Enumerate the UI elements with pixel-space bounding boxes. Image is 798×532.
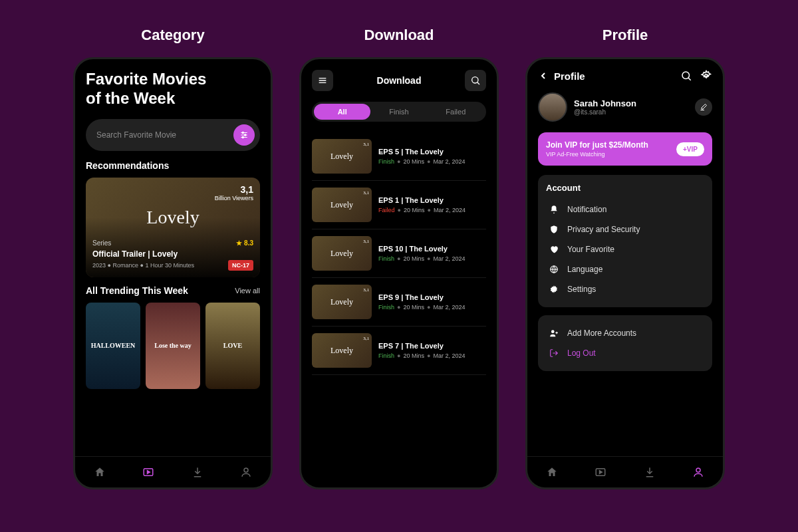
profile-icon[interactable] bbox=[240, 466, 252, 478]
download-status: Finish bbox=[378, 158, 394, 165]
profile-screen: Profile Sarah Johnson @its.sarah Join VI… bbox=[525, 57, 725, 489]
download-item[interactable]: Lovely EPS 10 | The Lovely Finish ● 20 M… bbox=[312, 229, 486, 278]
download-status: Finish bbox=[378, 304, 394, 311]
download-item[interactable]: Lovely EPS 1 | The Lovely Failed ● 20 Mi… bbox=[312, 181, 486, 229]
profile-icon[interactable] bbox=[692, 466, 704, 478]
category-screen: Favorite Moviesof the Week Search Favori… bbox=[73, 57, 273, 489]
screen-label-profile: Profile bbox=[602, 27, 648, 44]
trending-heading: All Trending This Week bbox=[86, 285, 188, 296]
search-icon bbox=[680, 70, 692, 82]
rating-badge: NC-17 bbox=[228, 260, 253, 271]
episode-title: EPS 5 | The Lovely bbox=[378, 148, 486, 156]
menu-privacy[interactable]: Privacy and Security bbox=[546, 219, 704, 239]
download-duration: 20 Mins bbox=[404, 207, 425, 213]
edit-icon bbox=[700, 103, 708, 111]
download-date: Mar 2, 2024 bbox=[433, 352, 465, 359]
filter-icon bbox=[239, 130, 249, 140]
download-thumb: Lovely bbox=[312, 285, 372, 319]
tab-all[interactable]: All bbox=[314, 104, 370, 120]
svg-point-21 bbox=[551, 330, 555, 333]
globe-icon bbox=[549, 265, 559, 274]
download-title: Download bbox=[377, 75, 422, 86]
poster-card[interactable]: Lose the way bbox=[146, 303, 200, 389]
download-date: Mar 2, 2024 bbox=[434, 207, 466, 213]
search-button[interactable] bbox=[465, 70, 486, 91]
vip-title: Join VIP for just $25/Month bbox=[546, 140, 648, 150]
tab-failed[interactable]: Failed bbox=[428, 104, 484, 120]
poster-card[interactable]: HALLOWEEN bbox=[86, 303, 140, 389]
home-icon[interactable] bbox=[94, 466, 106, 478]
gear-icon bbox=[700, 70, 712, 82]
menu-icon bbox=[317, 75, 328, 86]
menu-button[interactable] bbox=[312, 70, 333, 91]
tab-finish[interactable]: Finish bbox=[370, 104, 427, 120]
download-date: Mar 2, 2024 bbox=[433, 158, 465, 165]
svg-point-12 bbox=[472, 77, 478, 83]
gear-icon bbox=[549, 285, 559, 294]
screen-label-download: Download bbox=[364, 27, 434, 44]
poster-card[interactable]: LOVE bbox=[205, 303, 260, 389]
download-status: Failed bbox=[378, 207, 395, 213]
search-placeholder: Search Favorite Movie bbox=[96, 130, 233, 140]
rating: ★ 8.3 bbox=[236, 239, 253, 247]
account-heading: Account bbox=[546, 183, 704, 193]
bottom-nav bbox=[75, 456, 271, 487]
menu-add-account[interactable]: Add More Accounts bbox=[546, 323, 704, 343]
episode-title: EPS 7 | The Lovely bbox=[378, 342, 486, 350]
series-label: Series bbox=[92, 239, 111, 247]
menu-settings[interactable]: Settings bbox=[546, 279, 704, 299]
download-date: Mar 2, 2024 bbox=[433, 255, 465, 262]
search-icon bbox=[470, 75, 481, 86]
download-list: Lovely EPS 5 | The Lovely Finish ● 20 Mi… bbox=[312, 132, 486, 375]
avatar[interactable] bbox=[538, 92, 567, 122]
menu-notification[interactable]: Notification bbox=[546, 200, 704, 219]
add-user-icon bbox=[549, 329, 559, 338]
menu-favorite[interactable]: Your Favorite bbox=[546, 239, 704, 259]
account-section: Account Notification Privacy and Securit… bbox=[538, 175, 712, 307]
svg-point-4 bbox=[245, 134, 246, 135]
svg-point-26 bbox=[696, 468, 700, 472]
download-thumb: Lovely bbox=[312, 139, 372, 174]
svg-point-14 bbox=[682, 72, 690, 79]
svg-line-13 bbox=[477, 82, 479, 84]
download-duration: 20 Mins bbox=[403, 255, 424, 262]
download-icon[interactable] bbox=[644, 466, 656, 478]
svg-marker-25 bbox=[600, 471, 602, 474]
edit-button[interactable] bbox=[695, 98, 712, 116]
account-actions-section: Add More Accounts Log Out bbox=[538, 315, 712, 371]
download-screen: Download All Finish Failed Lovely EPS 5 … bbox=[299, 57, 499, 489]
download-status: Finish bbox=[378, 255, 394, 262]
download-item[interactable]: Lovely EPS 5 | The Lovely Finish ● 20 Mi… bbox=[312, 132, 486, 181]
settings-button[interactable] bbox=[700, 70, 712, 82]
download-duration: 20 Mins bbox=[403, 304, 424, 311]
bell-icon bbox=[549, 205, 559, 214]
menu-logout[interactable]: Log Out bbox=[546, 343, 704, 363]
back-button[interactable] bbox=[538, 70, 549, 81]
view-all-link[interactable]: View all bbox=[235, 287, 260, 295]
recommendation-card[interactable]: Lovely 3,1 Billion Viewers Series ★ 8.3 … bbox=[86, 178, 260, 277]
card-info: 2023 ● Romance ● 1 Hour 30 Minutes bbox=[92, 262, 194, 269]
card-subtitle: Official Trailer | Lovely bbox=[92, 249, 253, 259]
home-icon[interactable] bbox=[546, 466, 558, 478]
download-thumb: Lovely bbox=[312, 333, 372, 368]
episode-title: EPS 1 | The Lovely bbox=[378, 196, 486, 204]
vip-card[interactable]: Join VIP for just $25/Month VIP Ad-Free … bbox=[538, 132, 712, 166]
recommendations-heading: Recommendations bbox=[86, 160, 260, 171]
search-bar[interactable]: Search Favorite Movie bbox=[86, 119, 260, 151]
svg-point-3 bbox=[242, 132, 243, 133]
filter-button[interactable] bbox=[233, 124, 255, 146]
download-date: Mar 2, 2024 bbox=[433, 304, 465, 311]
video-icon[interactable] bbox=[595, 466, 606, 478]
download-icon[interactable] bbox=[192, 466, 203, 478]
download-item[interactable]: Lovely EPS 7 | The Lovely Finish ● 20 Mi… bbox=[312, 327, 486, 375]
user-name: Sarah Johnson bbox=[574, 98, 688, 108]
episode-title: EPS 10 | The Lovely bbox=[378, 245, 486, 253]
video-icon[interactable] bbox=[142, 466, 154, 478]
menu-language[interactable]: Language bbox=[546, 259, 704, 279]
download-item[interactable]: Lovely EPS 9 | The Lovely Finish ● 20 Mi… bbox=[312, 278, 486, 327]
svg-line-15 bbox=[688, 78, 691, 80]
vip-button[interactable]: +VIP bbox=[676, 142, 704, 156]
filter-tabs: All Finish Failed bbox=[312, 102, 486, 122]
download-duration: 20 Mins bbox=[403, 352, 424, 359]
search-button[interactable] bbox=[680, 70, 692, 82]
